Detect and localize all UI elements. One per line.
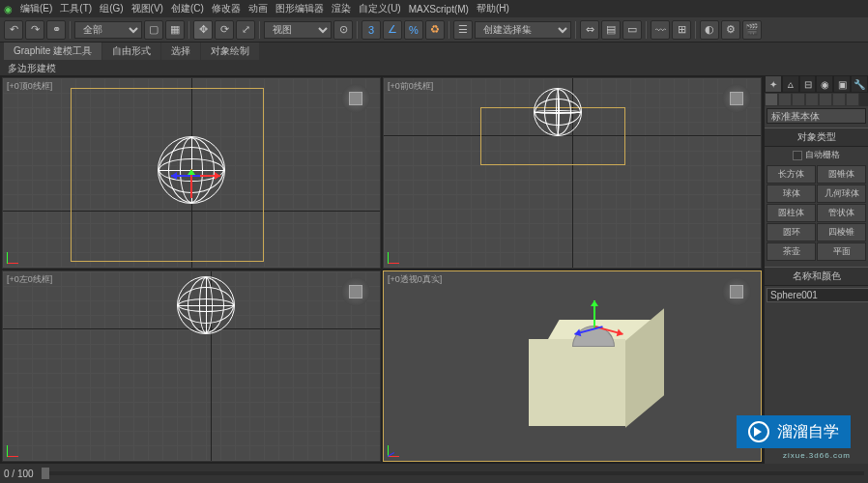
tab-paint[interactable]: 对象绘制 (201, 43, 259, 60)
menu-create[interactable]: 创建(C) (171, 2, 204, 15)
menu-tools[interactable]: 工具(T) (60, 2, 92, 15)
name-color-header[interactable]: 名称和颜色 (765, 267, 868, 286)
tab-freeform[interactable]: 自由形式 (102, 43, 160, 60)
schematic-icon[interactable]: ⊞ (672, 20, 691, 40)
viewport-front-label: [+0前0线框] (388, 80, 433, 93)
primitive-category[interactable]: 标准基本体 (767, 108, 866, 124)
timeline-bar: 0 / 100 (0, 464, 868, 483)
scale-icon[interactable]: ⤢ (236, 20, 255, 40)
watermark-url: zixue.3d66.com (783, 451, 851, 460)
spacewarps-icon[interactable] (832, 93, 846, 106)
plane-button[interactable]: 平面 (817, 242, 866, 261)
render-icon[interactable]: 🎬 (742, 20, 762, 40)
lights-icon[interactable] (792, 93, 805, 106)
app-icon[interactable]: ◉ (4, 4, 13, 14)
mini-axis-icon (7, 438, 26, 457)
angle-snap-icon[interactable]: ∠ (383, 20, 402, 40)
menu-edit[interactable]: 编辑(E) (20, 2, 52, 15)
viewport-perspective[interactable]: [+0透视0真实] (383, 270, 762, 462)
cylinder-button[interactable]: 圆柱体 (767, 204, 816, 222)
tab-graphite[interactable]: Graphite 建模工具 (4, 43, 101, 60)
undo-icon[interactable]: ↶ (4, 20, 23, 40)
menu-group[interactable]: 组(G) (100, 2, 123, 15)
autogrid-checkbox[interactable] (793, 151, 802, 160)
menu-view[interactable]: 视图(V) (131, 2, 163, 15)
layer-icon[interactable]: ▭ (622, 20, 642, 40)
systems-icon[interactable] (846, 93, 859, 106)
watermark: 溜溜自学 (737, 415, 851, 448)
viewport-front[interactable]: [+0前0线框] (383, 77, 762, 269)
motion-tab-icon[interactable]: ◉ (816, 75, 833, 93)
geometry-icon[interactable] (765, 93, 778, 106)
torus-button[interactable]: 圆环 (767, 223, 816, 242)
rotate-icon[interactable]: ⟳ (215, 20, 234, 40)
timeline-slider[interactable] (42, 471, 864, 475)
snap-icon[interactable]: 3 (362, 20, 381, 40)
menu-bar: ◉ 编辑(E) 工具(T) 组(G) 视图(V) 创建(C) 修改器 动画 图形… (0, 0, 868, 17)
viewport-left-label: [+0左0线框] (7, 273, 52, 286)
utilities-tab-icon[interactable]: 🔧 (851, 75, 868, 93)
hierarchy-tab-icon[interactable]: ⊟ (799, 75, 817, 93)
command-panel: ✦ 🜂 ⊟ ◉ ▣ 🔧 标准基本体 对象类型 自动栅格 长方体 圆锥体 (764, 75, 868, 464)
viewport-top[interactable]: [+0顶0线框] (2, 77, 381, 269)
object-name-input[interactable] (767, 288, 868, 302)
gizmo-z-axis[interactable] (574, 326, 602, 335)
menu-modifiers[interactable]: 修改器 (212, 2, 241, 15)
create-tab-icon[interactable]: ✦ (765, 75, 782, 93)
main-toolbar: ↶ ↷ ⚭ 全部 ▢ ▦ ✥ ⟳ ⤢ 视图 ⊙ 3 ∠ % ♻ ☰ 创建选择集 … (0, 17, 868, 43)
modify-tab-icon[interactable]: 🜂 (782, 75, 799, 93)
gizmo-z-axis[interactable] (171, 175, 200, 177)
helpers-icon[interactable] (819, 93, 832, 106)
mirror-icon[interactable]: ⇔ (580, 20, 599, 40)
viewport-persp-label: [+0透视0真实] (388, 273, 442, 286)
select-icon[interactable]: ▢ (144, 20, 163, 40)
sphere-button[interactable]: 球体 (767, 185, 816, 203)
align-icon[interactable]: ▤ (601, 20, 621, 40)
link-icon[interactable]: ⚭ (46, 20, 66, 40)
viewcube[interactable] (722, 277, 751, 306)
mini-axis-icon (388, 438, 407, 457)
redo-icon[interactable]: ↷ (25, 20, 44, 40)
spinner-snap-icon[interactable]: ♻ (425, 20, 445, 40)
display-tab-icon[interactable]: ▣ (833, 75, 851, 93)
box-button[interactable]: 长方体 (767, 165, 816, 184)
teapot-button[interactable]: 茶壶 (767, 242, 816, 261)
center-icon[interactable]: ⊙ (333, 20, 353, 40)
selection-filter[interactable]: 全部 (74, 21, 142, 39)
render-setup-icon[interactable]: ⚙ (721, 20, 740, 40)
shapes-icon[interactable] (778, 93, 792, 106)
cameras-icon[interactable] (805, 93, 819, 106)
menu-custom[interactable]: 自定义(U) (359, 2, 401, 15)
tab-selection[interactable]: 选择 (161, 43, 200, 60)
viewport-grid: [+0顶0线框] [+0前0线框] [+0左0线框] (0, 75, 764, 464)
menu-help[interactable]: 帮助(H) (477, 2, 509, 15)
viewcube[interactable] (341, 84, 370, 113)
object-type-header[interactable]: 对象类型 (765, 128, 868, 147)
viewport-left[interactable]: [+0左0线框] (2, 270, 381, 462)
ribbon-sublabel: 多边形建模 (0, 60, 868, 75)
tube-button[interactable]: 管状体 (817, 204, 866, 222)
material-icon[interactable]: ◐ (700, 20, 719, 40)
gizmo-y-axis[interactable] (190, 169, 192, 198)
viewcube[interactable] (722, 84, 751, 113)
viewcube[interactable] (341, 277, 370, 306)
ribbon-tabs: Graphite 建模工具 自由形式 选择 对象绘制 (0, 43, 868, 60)
move-icon[interactable]: ✥ (193, 20, 213, 40)
named-selection-set[interactable]: 创建选择集 (475, 21, 571, 39)
mini-axis-icon (388, 244, 407, 264)
viewport-top-label: [+0顶0线框] (7, 80, 52, 93)
named-sel-icon[interactable]: ☰ (453, 20, 473, 40)
curve-editor-icon[interactable]: 〰 (651, 20, 670, 40)
menu-animation[interactable]: 动画 (248, 2, 268, 15)
pyramid-button[interactable]: 四棱锥 (817, 223, 866, 242)
autogrid-label: 自动栅格 (805, 149, 840, 161)
frame-display: 0 / 100 (4, 469, 34, 479)
ref-coord[interactable]: 视图 (264, 21, 332, 39)
percent-snap-icon[interactable]: % (404, 20, 423, 40)
select-name-icon[interactable]: ▦ (165, 20, 185, 40)
menu-render[interactable]: 渲染 (332, 2, 351, 15)
cone-button[interactable]: 圆锥体 (817, 165, 866, 184)
geosphere-button[interactable]: 几何球体 (817, 185, 866, 203)
menu-maxscript[interactable]: MAXScript(M) (409, 4, 469, 14)
menu-graph[interactable]: 图形编辑器 (275, 2, 324, 15)
